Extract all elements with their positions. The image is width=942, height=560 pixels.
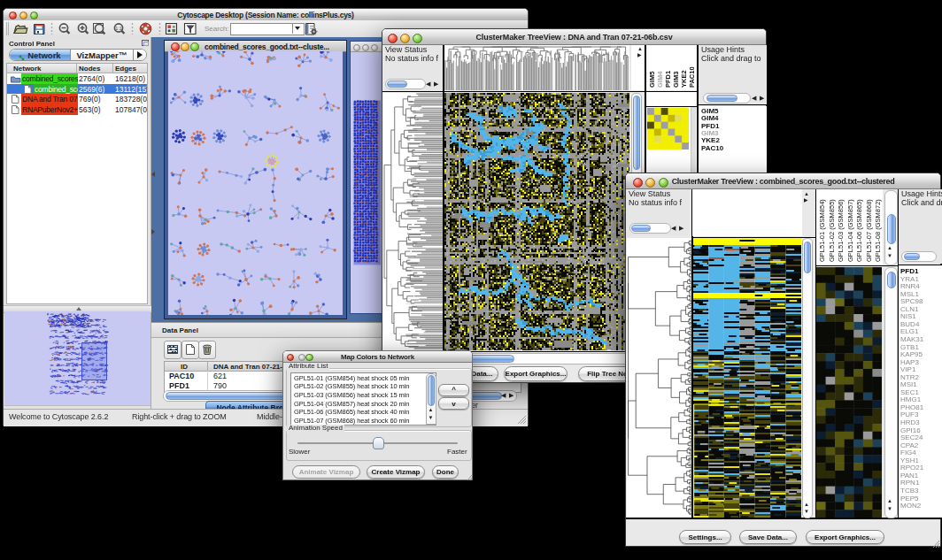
attribute-list-scrollbar[interactable]: ▲▼ [426,373,436,425]
window-yellow-dot[interactable] [400,34,410,43]
attribute-list[interactable]: GPL51-01 (GSM854) heat shock 05 minGPL51… [290,372,436,426]
network-name-cell: combined_scores_ [21,73,78,84]
window-yellow-dot[interactable] [181,42,189,51]
network-name-cell: combined_sco [34,84,78,95]
tv2-button-settings-[interactable]: Settings... [679,530,731,544]
network-row-1[interactable]: combined_sco2569(6)13112(15) [7,84,147,95]
tab-network[interactable]: Network [10,50,71,60]
data-row-value: 621 [213,372,227,380]
window-green-dot[interactable] [305,354,313,362]
tv2-labels-scroll-thumb[interactable] [887,214,896,244]
tv1-usage-scroll-thumb[interactable] [706,95,737,102]
tv2-view-status-scroll-thumb[interactable] [631,225,651,232]
nodes-col-header: Nodes [79,65,100,73]
tab-vizmapper[interactable]: VizMapper™ [71,50,134,60]
tv2-view-status-scrollbar[interactable] [629,223,671,234]
tv2-gene-dendrogram [627,238,691,518]
network-name-cell: RNAPuberNov2+! [21,104,78,115]
network-list: NetworkNodesEdgescombined_scores_2764(0)… [6,63,148,304]
tv1-usage-hints-scrollbar[interactable] [703,93,751,104]
tv1-view-status-panel: View StatusNo status info f◀▶ [383,45,443,90]
map-colors-dialog: Map Colors to NetworkAttribute ListGPL51… [282,350,473,480]
window-red-dot[interactable] [9,12,17,19]
attribute-list-label: Attribute List [287,363,329,370]
dialog-button-done[interactable]: Done [432,465,459,479]
filter-funnel-icon[interactable] [183,21,197,36]
network-name: DNA and Tran 07 [22,96,77,104]
move-down-button[interactable]: v [438,397,469,410]
zoom-in-icon[interactable] [76,21,89,36]
treeview1-title-bar[interactable]: ClusterMaker TreeView : DNA and Tran 07-… [382,29,766,45]
attribute-list-scroll-thumb[interactable] [428,375,435,406]
tv2-zoom-scrollbar[interactable] [884,267,898,518]
splitter-handle-icon [76,307,81,311]
hscroll-right-arrow-icon: ▶ [509,392,513,398]
tv2-heatmap [693,238,801,518]
open-folder-icon[interactable] [13,21,27,36]
tv2-array-label: GPL51-03 (GSM856) [837,199,845,262]
zoom-fit-icon[interactable] [92,21,107,36]
control-panel-tabs: NetworkVizMapper™ [9,49,147,61]
tv2-heatmap-vscroll-thumb[interactable] [804,242,811,273]
network-view-canvas [168,51,343,315]
window-red-dot[interactable] [633,178,643,188]
tv2-gene-label: MON2 [900,502,921,510]
new-attribute-doc-button[interactable] [181,341,199,359]
tv2-usage-hints-scrollbar[interactable] [901,251,937,262]
faster-label: Faster [447,449,467,456]
window-yellow-dot[interactable] [19,12,27,19]
animation-slider-thumb[interactable] [373,437,384,449]
tv2-button-save-data-[interactable]: Save Data... [739,530,797,544]
window-green-dot[interactable] [413,34,422,43]
network-row-2[interactable]: DNA and Tran 07769(0)183728(0) [7,94,147,104]
window-green-dot[interactable] [659,178,668,188]
network-overview-canvas [4,311,151,405]
tv2-vs-left-arrow-icon: ◀ [671,225,676,231]
tv1-heatmap-vscroll-thumb[interactable] [633,96,640,170]
network-row-0[interactable]: combined_scores_2764(0)16218(0) [7,73,147,84]
tv1-atr-right-arrow-icon: ▶ [637,52,642,58]
tv1-uh-right-arrow-icon: ▶ [760,95,764,101]
window-gray-dot[interactable] [353,44,360,51]
window-red-dot[interactable] [388,34,398,43]
tv2-usage-scroll-thumb[interactable] [904,253,920,260]
network-view-canvas-wrap[interactable] [168,51,343,315]
window-green-dot[interactable] [30,12,38,19]
window-gray-dot[interactable] [371,44,378,51]
map-dialog-title: Map Colors to Network [341,353,414,361]
zoom-selected-icon[interactable] [112,21,126,36]
zoom-out-icon[interactable] [58,21,71,36]
tv2-heatmap-vscrollbar[interactable] [802,238,813,518]
annotation-doc-icon[interactable] [305,21,319,36]
tv2-hm-up-arrow-icon: ▲ [804,502,809,507]
edges-col-header: Edges [115,65,136,73]
window-yellow-dot[interactable] [645,178,655,188]
attribute-select-grid-icon [166,343,179,356]
tv2-array-label: GPL51-08 (GSM872) [874,199,882,262]
save-floppy-icon[interactable] [33,21,45,36]
hscroll-left-arrow-icon: ◀ [501,392,506,398]
tv1-view-status-scroll-thumb[interactable] [387,81,407,88]
delete-attribute-trash-button[interactable] [198,341,216,359]
tv2-zoom-scroll-thumb[interactable] [887,272,896,288]
network-row-3[interactable]: RNAPuberNov2+!563(0)107847(0) [7,104,147,115]
main-title-bar[interactable]: Cytoscape Desktop (Session Name: collins… [4,9,528,21]
tv1-view-status-scrollbar[interactable] [385,79,426,89]
tv1-correlation-matrix-canvas [647,108,689,150]
vizmapper-grid-icon[interactable] [165,21,177,36]
tab-overflow-button[interactable] [134,50,146,60]
move-up-button[interactable]: ^ [438,384,469,396]
help-lifesaver-icon[interactable] [138,21,153,36]
tv1-button-export-graphics-[interactable]: Export Graphics... [504,366,568,381]
window-gray-dot[interactable] [362,44,369,51]
treeview2-title-bar[interactable]: ClusterMaker TreeView : combined_scores_… [626,173,940,189]
attribute-list-item: GPL51-01 (GSM854) heat shock 05 min [294,375,409,382]
attribute-select-grid-button[interactable] [164,341,181,359]
tv2-button-export-graphics-[interactable]: Export Graphics... [806,530,884,544]
dialog-button-create-vizmap[interactable]: Create Vizmap [367,465,425,479]
network-document-icon [12,95,19,104]
dialog-button-animate-vizmap[interactable]: Animate Vizmap [292,465,360,479]
window-green-dot[interactable] [190,42,199,51]
splitpane-collapse-arrow [151,229,155,234]
window-red-dot[interactable] [171,42,180,51]
